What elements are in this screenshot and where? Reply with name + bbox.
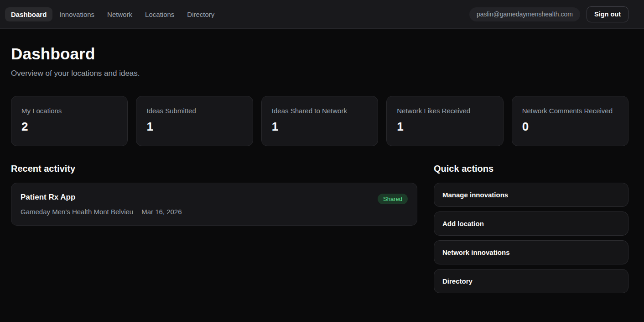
quick-actions-heading: Quick actions — [434, 164, 628, 174]
sign-out-button[interactable]: Sign out — [587, 6, 628, 22]
stat-value: 1 — [272, 120, 368, 134]
nav-item-locations[interactable]: Locations — [145, 11, 174, 18]
directory-button[interactable]: Directory — [434, 269, 628, 293]
stat-value: 2 — [21, 120, 117, 134]
stat-card-comments-received: Network Comments Received 0 — [512, 96, 628, 146]
nav-item-network[interactable]: Network — [107, 11, 132, 18]
activity-item-meta: Gameday Men's Health Mont Belvieu Mar 16… — [21, 208, 182, 216]
nav-item-innovations[interactable]: Innovations — [59, 11, 94, 18]
add-location-button[interactable]: Add location — [434, 211, 628, 236]
stat-card-ideas-shared: Ideas Shared to Network 1 — [261, 96, 378, 146]
page-subtitle: Overview of your locations and ideas. — [11, 69, 628, 78]
activity-item-title: Patient Rx App — [21, 193, 182, 202]
stat-label: My Locations — [21, 107, 117, 115]
topbar-right: paslin@gamedaymenshealth.com Sign out — [469, 6, 628, 22]
stat-label: Ideas Submitted — [146, 107, 242, 115]
page-title: Dashboard — [11, 45, 628, 63]
quick-actions-section: Quick actions Manage innovations Add loc… — [434, 164, 628, 293]
recent-activity-heading: Recent activity — [11, 164, 417, 174]
recent-activity-section: Recent activity Patient Rx App Gameday M… — [11, 164, 417, 226]
activity-item-date: Mar 16, 2026 — [141, 208, 182, 216]
stat-card-likes-received: Network Likes Received 1 — [386, 96, 503, 146]
top-navbar: Dashboard Innovations Network Locations … — [0, 0, 644, 29]
stat-card-my-locations: My Locations 2 — [11, 96, 128, 146]
lower-section: Recent activity Patient Rx App Gameday M… — [11, 164, 628, 293]
activity-item-location: Gameday Men's Health Mont Belvieu — [21, 208, 133, 216]
dashboard-main: Dashboard Overview of your locations and… — [0, 29, 644, 304]
stat-label: Network Likes Received — [397, 107, 493, 115]
main-nav: Dashboard Innovations Network Locations … — [11, 11, 214, 18]
network-innovations-button[interactable]: Network innovations — [434, 240, 628, 264]
activity-item[interactable]: Patient Rx App Gameday Men's Health Mont… — [11, 183, 417, 226]
activity-item-info: Patient Rx App Gameday Men's Health Mont… — [21, 193, 182, 216]
nav-item-dashboard[interactable]: Dashboard — [5, 7, 52, 21]
stats-row: My Locations 2 Ideas Submitted 1 Ideas S… — [11, 96, 628, 146]
nav-item-directory[interactable]: Directory — [187, 11, 214, 18]
manage-innovations-button[interactable]: Manage innovations — [434, 183, 628, 207]
stat-value: 0 — [522, 120, 618, 134]
stat-card-ideas-submitted: Ideas Submitted 1 — [136, 96, 253, 146]
shared-status-badge: Shared — [378, 194, 408, 204]
stat-label: Ideas Shared to Network — [272, 107, 368, 115]
user-email-pill: paslin@gamedaymenshealth.com — [469, 7, 580, 21]
stat-value: 1 — [146, 120, 242, 134]
stat-value: 1 — [397, 120, 493, 134]
stat-label: Network Comments Received — [522, 107, 618, 115]
